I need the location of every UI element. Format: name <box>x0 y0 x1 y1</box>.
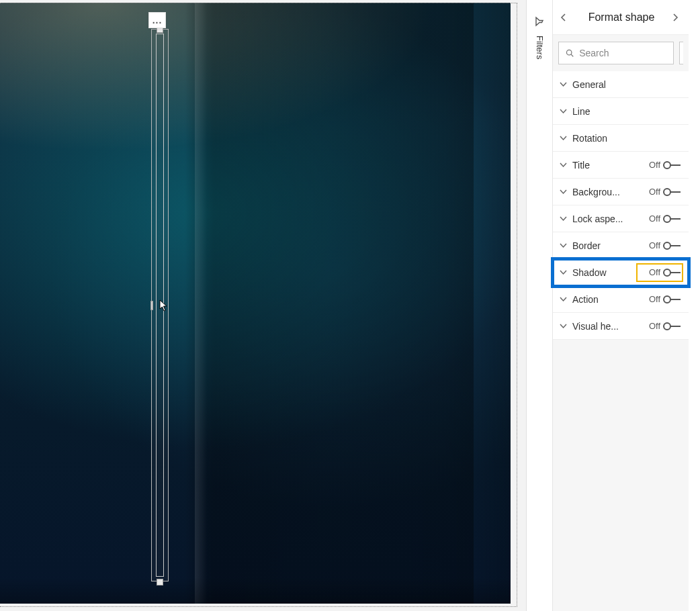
report-canvas[interactable]: ... <box>0 0 526 611</box>
toggle-state-label: Off <box>649 267 660 277</box>
canvas-selection-outline <box>0 3 517 607</box>
pane-next-button[interactable] <box>667 9 683 26</box>
search-input[interactable] <box>579 48 666 58</box>
toggle-border[interactable]: Off <box>649 240 682 250</box>
chevron-down-icon <box>560 134 567 142</box>
toggle-switch[interactable] <box>663 269 682 277</box>
toggle-state-label: Off <box>649 240 660 250</box>
toggle-state-label: Off <box>649 294 660 304</box>
toggle-state-label: Off <box>649 214 660 224</box>
filters-rail: Filters <box>527 0 552 611</box>
property-row-left: Action <box>560 294 599 305</box>
property-label: Shadow <box>572 267 607 278</box>
format-shape-pane: Format shape GeneralLineRotationTitleOff… <box>552 0 689 611</box>
search-box[interactable] <box>558 42 674 64</box>
format-mode-peek[interactable] <box>679 42 683 64</box>
toggle-switch[interactable] <box>663 188 682 196</box>
property-row-line[interactable]: Line <box>553 98 689 125</box>
property-label: Action <box>572 294 599 305</box>
property-row-rotation[interactable]: Rotation <box>553 125 689 152</box>
property-label: Line <box>572 106 590 117</box>
property-row-left: Line <box>560 106 590 117</box>
property-row-shadow[interactable]: ShadowOff <box>553 259 689 286</box>
property-row-title[interactable]: TitleOff <box>553 152 689 179</box>
property-row-left: Rotation <box>560 133 607 144</box>
property-row-visual_header[interactable]: Visual he...Off <box>553 313 689 340</box>
property-row-border[interactable]: BorderOff <box>553 232 689 259</box>
toggle-switch[interactable] <box>663 161 682 169</box>
property-row-left: Title <box>560 160 590 171</box>
search-row <box>553 35 689 71</box>
chevron-down-icon <box>560 269 567 276</box>
chevron-down-icon <box>560 215 567 222</box>
chevron-down-icon <box>560 295 567 303</box>
property-row-general[interactable]: General <box>553 71 689 98</box>
property-row-left: General <box>560 79 606 90</box>
visual-more-options-button[interactable]: ... <box>148 12 166 28</box>
property-row-left: Backgrou... <box>560 187 620 197</box>
pane-header: Format shape <box>553 0 689 35</box>
property-row-left: Border <box>560 240 601 251</box>
property-row-left: Visual he... <box>560 321 619 332</box>
chevron-down-icon <box>560 322 567 330</box>
toggle-switch[interactable] <box>663 242 682 250</box>
toggle-action[interactable]: Off <box>649 294 682 304</box>
resize-handle-middle[interactable] <box>150 301 153 310</box>
filters-collapse-icon[interactable] <box>534 16 545 29</box>
toggle-shadow[interactable]: Off <box>649 267 682 277</box>
property-label: Rotation <box>572 133 607 144</box>
property-row-lock_aspect[interactable]: Lock aspe...Off <box>553 205 689 232</box>
toggle-state-label: Off <box>649 321 660 331</box>
pane-back-button[interactable] <box>556 9 572 26</box>
property-row-background[interactable]: Backgrou...Off <box>553 179 689 205</box>
property-label: General <box>572 79 606 90</box>
property-row-left: Shadow <box>560 267 607 278</box>
chevron-left-icon <box>560 13 568 21</box>
selected-shape-inner <box>156 34 164 577</box>
property-row-left: Lock aspe... <box>560 214 623 224</box>
chevron-down-icon <box>560 188 567 195</box>
toggle-visual_header[interactable]: Off <box>649 321 682 331</box>
chevron-down-icon <box>560 81 567 88</box>
property-row-action[interactable]: ActionOff <box>553 286 689 313</box>
resize-handle-bottom[interactable] <box>157 579 163 585</box>
app-root: ... Filters Format shape <box>0 0 700 611</box>
property-list: GeneralLineRotationTitleOffBackgrou...Of… <box>553 71 689 340</box>
chevron-down-icon <box>560 161 567 169</box>
toggle-switch[interactable] <box>663 295 682 303</box>
toggle-switch[interactable] <box>663 322 682 330</box>
property-label: Visual he... <box>572 321 619 332</box>
toggle-lock_aspect[interactable]: Off <box>649 214 682 224</box>
side-panels: Filters Format shape GeneralLineRotati <box>526 0 700 611</box>
toggle-state-label: Off <box>649 187 660 197</box>
property-label: Title <box>572 160 590 171</box>
svg-point-0 <box>566 50 571 54</box>
toggle-switch[interactable] <box>663 215 682 223</box>
toggle-background[interactable]: Off <box>649 187 682 197</box>
toggle-title[interactable]: Off <box>649 160 682 170</box>
filters-pane-label[interactable]: Filters <box>535 36 545 59</box>
svg-line-1 <box>571 54 573 56</box>
chevron-down-icon <box>560 242 567 249</box>
toggle-state-label: Off <box>649 160 660 170</box>
pane-title: Format shape <box>584 11 655 23</box>
search-icon <box>566 48 574 58</box>
chevron-right-icon <box>671 13 679 21</box>
property-label: Lock aspe... <box>572 214 623 224</box>
property-label: Backgrou... <box>572 187 620 197</box>
chevron-down-icon <box>560 107 567 115</box>
property-label: Border <box>572 240 601 251</box>
